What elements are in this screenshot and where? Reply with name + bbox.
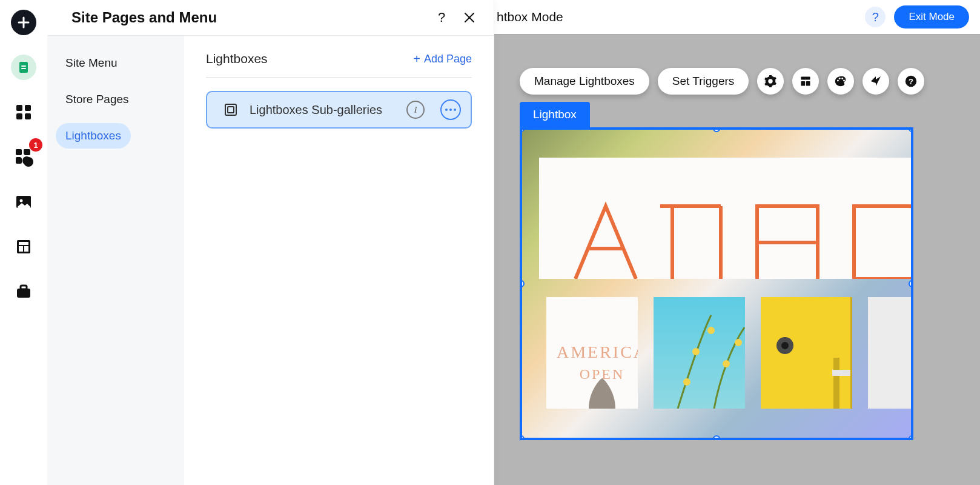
section-title: Lightboxes — [206, 52, 268, 66]
thumb-1[interactable]: AMERICAOPEN — [546, 297, 638, 409]
selection-box[interactable]: AMERICAOPEN — [520, 127, 913, 440]
panel-header: Site Pages and Menu ? — [47, 0, 494, 35]
apps-icon[interactable]: 1 — [11, 144, 36, 170]
svg-rect-22 — [225, 104, 236, 115]
svg-rect-12 — [16, 157, 21, 162]
thumb-2[interactable] — [654, 297, 745, 409]
svg-rect-25 — [801, 81, 806, 86]
pages-panel: Site Pages and Menu ? Site Menu Store Pa… — [47, 0, 494, 485]
selection-label[interactable]: Lightbox — [520, 102, 590, 127]
more-icon[interactable] — [440, 99, 461, 120]
animation-icon[interactable] — [862, 68, 889, 95]
add-page-button[interactable]: + Add Page — [413, 53, 472, 65]
svg-point-35 — [692, 348, 700, 355]
svg-text:?: ? — [909, 77, 913, 86]
editor-canvas: htbox Mode ? Exit Mode Manage Lightboxes… — [494, 0, 980, 485]
close-icon[interactable] — [460, 8, 479, 27]
section-icon[interactable] — [11, 234, 36, 259]
resize-handle[interactable] — [520, 280, 525, 287]
svg-point-14 — [20, 199, 23, 202]
toolbar-help-icon[interactable]: ? — [898, 68, 924, 95]
media-icon[interactable] — [11, 189, 36, 215]
lightbox-icon — [223, 102, 239, 118]
svg-point-27 — [837, 80, 839, 82]
add-button[interactable] — [11, 10, 36, 35]
resize-handle[interactable] — [713, 435, 720, 440]
svg-point-28 — [839, 78, 841, 79]
page-item-label: Lightboxes Sub-galleries — [250, 103, 396, 117]
thumb-3[interactable] — [761, 297, 852, 409]
svg-text:AMERICA: AMERICA — [557, 343, 638, 361]
thumb-4[interactable] — [868, 297, 913, 409]
gallery-main-image — [539, 158, 913, 279]
svg-rect-16 — [19, 242, 28, 245]
settings-icon[interactable] — [757, 68, 784, 95]
manage-lightboxes-button[interactable]: Manage Lightboxes — [520, 68, 649, 95]
svg-rect-17 — [19, 246, 23, 252]
svg-point-30 — [843, 80, 845, 82]
svg-point-37 — [723, 360, 730, 367]
svg-rect-20 — [21, 286, 27, 289]
svg-rect-44 — [850, 297, 852, 409]
mode-label: htbox Mode — [494, 10, 865, 24]
resize-handle[interactable] — [520, 127, 525, 132]
add-page-label: Add Page — [424, 53, 472, 65]
apps-badge: 1 — [29, 138, 42, 152]
layout-icon[interactable] — [792, 68, 819, 95]
topbar-help-icon[interactable]: ? — [865, 7, 886, 27]
svg-rect-10 — [16, 149, 21, 155]
left-rail: 1 — [0, 0, 47, 485]
business-icon[interactable] — [11, 279, 36, 304]
svg-rect-0 — [19, 62, 28, 73]
nav-store-pages[interactable]: Store Pages — [56, 87, 139, 112]
svg-rect-3 — [16, 113, 22, 119]
gallery-thumbs: AMERICAOPEN — [546, 297, 913, 409]
page-item[interactable]: Lightboxes Sub-galleries i — [206, 91, 472, 129]
svg-rect-4 — [25, 113, 31, 119]
svg-rect-24 — [801, 77, 810, 80]
svg-rect-2 — [25, 105, 31, 111]
exit-mode-button[interactable]: Exit Mode — [894, 5, 969, 28]
nav-lightboxes[interactable]: Lightboxes — [56, 123, 131, 149]
svg-rect-23 — [228, 107, 234, 113]
svg-point-36 — [707, 327, 715, 334]
svg-rect-43 — [833, 358, 839, 409]
plus-icon: + — [413, 53, 420, 65]
svg-rect-1 — [16, 105, 22, 111]
svg-point-42 — [781, 342, 789, 349]
svg-rect-18 — [24, 246, 28, 252]
design-icon[interactable] — [827, 68, 854, 95]
selection: Lightbox AMERICAOPEN — [520, 102, 913, 440]
pages-button[interactable] — [11, 55, 36, 80]
set-triggers-button[interactable]: Set Triggers — [658, 68, 749, 95]
info-icon[interactable]: i — [406, 101, 425, 119]
resize-handle[interactable] — [909, 435, 913, 440]
svg-point-29 — [842, 78, 844, 79]
help-icon[interactable]: ? — [432, 8, 451, 27]
canvas-topbar: htbox Mode ? Exit Mode — [494, 0, 980, 34]
svg-rect-26 — [806, 81, 810, 86]
panel-nav: Site Menu Store Pages Lightboxes — [47, 36, 184, 485]
svg-rect-45 — [832, 370, 850, 376]
nav-site-menu[interactable]: Site Menu — [56, 50, 127, 76]
resize-handle[interactable] — [520, 435, 525, 440]
svg-point-38 — [735, 339, 742, 346]
svg-rect-11 — [24, 149, 29, 155]
panel-content: Lightboxes + Add Page Lightboxes Sub-gal… — [184, 36, 494, 485]
svg-point-39 — [683, 378, 690, 386]
element-toolbar: Manage Lightboxes Set Triggers ? — [520, 68, 924, 95]
resize-handle[interactable] — [909, 280, 913, 287]
grid-icon[interactable] — [11, 99, 36, 125]
resize-handle[interactable] — [909, 127, 913, 132]
panel-title: Site Pages and Menu — [71, 9, 423, 26]
resize-handle[interactable] — [713, 127, 720, 132]
